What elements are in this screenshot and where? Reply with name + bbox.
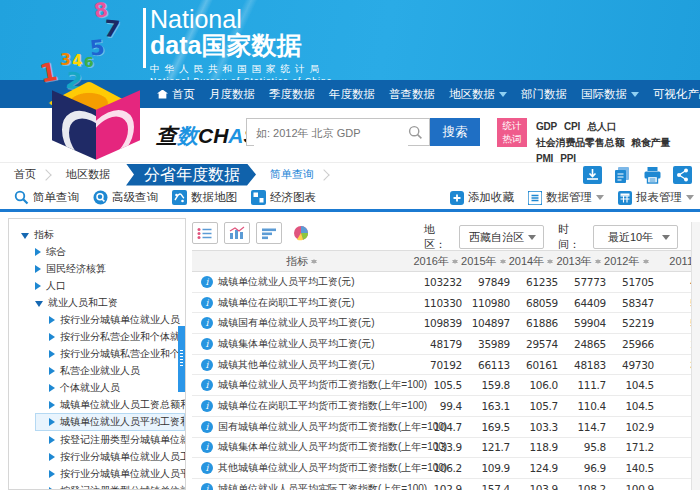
nav-item-annual-data[interactable]: 年度数据 — [322, 87, 382, 102]
sort-icon[interactable] — [643, 256, 650, 267]
tree-item[interactable]: 国民经济核算 — [9, 260, 185, 277]
tree-item[interactable]: 按行业分私营企业和个体就业人员 — [9, 328, 185, 345]
search-icon[interactable] — [408, 125, 423, 140]
tree-item[interactable]: 按行业分城镇私营企业和个体就业人员 — [9, 345, 185, 362]
expand-icon[interactable] — [35, 265, 41, 273]
value-cell: 64409 — [558, 297, 606, 309]
nav-item-visualization[interactable]: 可视化产品 — [646, 87, 700, 102]
bar-chart-view-button[interactable] — [224, 222, 250, 244]
tree-item[interactable]: 城镇单位就业人员工资总额和指数 — [9, 396, 185, 413]
expand-icon[interactable] — [49, 384, 55, 392]
expand-icon[interactable] — [35, 282, 41, 290]
breadcrumb-simple-query[interactable]: 简单查询 — [256, 167, 324, 182]
value-cell: 171.2 — [606, 441, 654, 453]
tree-item[interactable]: 按行业分城镇单位就业人员平均工资 — [9, 465, 185, 482]
info-icon[interactable] — [201, 379, 213, 391]
pie-chart-view-button[interactable] — [288, 222, 314, 244]
breadcrumb-regional-data[interactable]: 地区数据 — [50, 167, 120, 182]
expand-icon[interactable] — [49, 350, 55, 358]
table-scrollbar[interactable] — [691, 222, 700, 490]
hot-word[interactable]: GDP — [536, 119, 557, 135]
col-header-2013[interactable]: 2013年 — [555, 254, 603, 269]
tree-item-employment-wages[interactable]: 就业人员和工资 — [9, 294, 185, 311]
copy-icon[interactable] — [613, 166, 632, 184]
nav-item-census-data[interactable]: 普查数据 — [382, 87, 442, 102]
nav-item-quarterly-data[interactable]: 季度数据 — [262, 87, 322, 102]
nav-item-monthly-data[interactable]: 月度数据 — [202, 87, 262, 102]
info-icon[interactable] — [201, 441, 213, 453]
info-icon[interactable] — [201, 462, 213, 474]
expand-icon[interactable] — [49, 487, 55, 490]
hot-word[interactable]: CPI — [564, 119, 580, 135]
add-favorite-button[interactable]: 添加收藏 — [450, 190, 514, 205]
expand-icon[interactable] — [49, 316, 55, 324]
data-management-menu[interactable]: 数据管理 — [528, 190, 604, 205]
search-button[interactable]: 搜索 — [430, 118, 480, 146]
tree-item[interactable]: 按登记注册类型分城镇单位就业人员工资 — [9, 431, 185, 448]
search-input[interactable] — [254, 120, 408, 146]
sort-icon[interactable] — [595, 256, 602, 267]
tree-item[interactable]: 个体就业人员 — [9, 379, 185, 396]
tree-item[interactable]: 人口 — [9, 277, 185, 294]
expand-icon[interactable] — [49, 401, 55, 409]
collapse-icon[interactable] — [35, 301, 43, 307]
print-icon[interactable] — [643, 166, 662, 184]
sidebar-scrollbar[interactable] — [178, 326, 185, 392]
info-icon[interactable] — [201, 338, 213, 350]
economic-charts-tab[interactable]: 经济图表 — [251, 190, 316, 205]
expand-icon[interactable] — [49, 470, 55, 478]
list-view-button[interactable] — [192, 222, 218, 244]
hot-word[interactable]: 社会消费品零售总额 — [536, 135, 624, 151]
data-map-tab[interactable]: 数据地图 — [172, 190, 237, 205]
expand-icon[interactable] — [49, 453, 55, 461]
hbar-chart-view-button[interactable] — [256, 222, 282, 244]
info-icon[interactable] — [201, 276, 213, 288]
hot-word[interactable]: 粮食产量 — [631, 135, 670, 151]
expand-icon[interactable] — [49, 333, 55, 341]
hot-word[interactable]: 总人口 — [587, 119, 616, 135]
col-header-2015[interactable]: 2015年 — [460, 254, 508, 269]
sort-icon[interactable] — [547, 256, 554, 267]
region-select[interactable]: 西藏自治区 — [459, 225, 544, 249]
col-header-indicator[interactable]: 指标 — [192, 254, 412, 269]
nav-item-regional-data[interactable]: 地区数据 — [442, 87, 514, 102]
report-management-menu[interactable]: 报表管理 — [618, 190, 694, 205]
info-icon[interactable] — [201, 421, 213, 433]
tree-item[interactable]: 按行业分城镇单位就业人员 — [9, 311, 185, 328]
advanced-query-tab[interactable]: 高级查询 — [93, 190, 158, 205]
col-header-2016[interactable]: 2016年 — [412, 254, 460, 269]
expand-icon[interactable] — [49, 367, 55, 375]
share-icon[interactable] — [673, 166, 692, 184]
expand-icon[interactable] — [49, 436, 55, 444]
tree-item[interactable]: 综合 — [9, 243, 185, 260]
info-icon[interactable] — [201, 297, 213, 309]
breadcrumb-provincial-annual[interactable]: 分省年度数据 — [126, 164, 256, 186]
tree-item-indicators[interactable]: 指标 — [9, 226, 185, 243]
simple-query-tab[interactable]: 简单查询 — [14, 190, 79, 205]
info-icon[interactable] — [201, 400, 213, 412]
tree-item-selected[interactable]: 城镇单位就业人员平均工资和指数 — [35, 413, 185, 431]
sort-icon[interactable] — [452, 256, 459, 267]
sort-icon[interactable] — [311, 256, 318, 267]
col-header-2011[interactable]: 2011年 — [651, 254, 693, 269]
tree-item[interactable]: 按登记注册类型分城镇单位就业人员平均 — [9, 482, 185, 490]
tree-item[interactable]: 私营企业就业人员 — [9, 362, 185, 379]
sort-icon[interactable] — [500, 256, 507, 267]
col-header-2014[interactable]: 2014年 — [508, 254, 556, 269]
expand-icon[interactable] — [49, 418, 55, 426]
info-icon[interactable] — [201, 483, 213, 490]
data-table: 指标 2016年 2015年 2014年 2013年 2012年 2011年 城… — [192, 250, 692, 490]
nav-item-international-data[interactable]: 国际数据 — [574, 87, 646, 102]
col-header-2012[interactable]: 2012年 — [603, 254, 651, 269]
time-select[interactable]: 最近10年 — [593, 225, 678, 249]
expand-icon[interactable] — [35, 248, 41, 256]
tree-item[interactable]: 按行业分城镇单位就业人员工资总额 — [9, 448, 185, 465]
value-cell: 104.5 — [606, 400, 654, 412]
download-icon[interactable] — [583, 166, 602, 184]
info-icon[interactable] — [201, 359, 213, 371]
table-row: 城镇单位就业人员平均实际工资指数(上年=100)102.9157.4103.91… — [192, 479, 692, 490]
value-cell: 106.0 — [510, 379, 558, 391]
info-icon[interactable] — [201, 317, 213, 329]
nav-item-department-data[interactable]: 部门数据 — [514, 87, 574, 102]
collapse-icon[interactable] — [21, 233, 29, 239]
